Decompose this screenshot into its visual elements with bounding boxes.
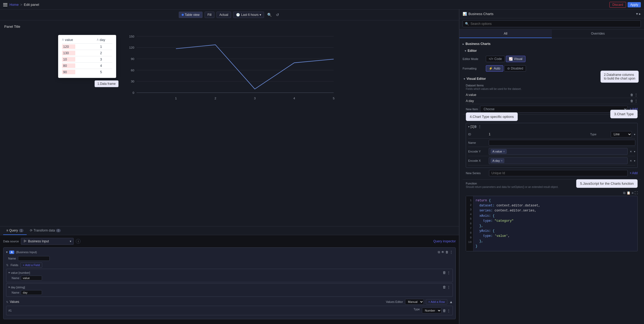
editor-section-header[interactable]: ▾ Editor	[459, 47, 644, 54]
code-paste-button[interactable]: 📋	[627, 191, 631, 195]
tab-all[interactable]: All	[459, 30, 552, 38]
breadcrumb-home[interactable]: Home	[10, 3, 19, 7]
plus-icon-series: +	[630, 171, 632, 175]
field-day-delete[interactable]: 🗑	[443, 285, 446, 289]
field-value-header[interactable]: ▾ value [number] 🗑 ⋮	[8, 271, 450, 275]
actual-button[interactable]: Actual	[217, 12, 231, 18]
format-disabled[interactable]: ⊘ Disabled	[504, 65, 526, 72]
visual-editor-header[interactable]: ▾ Visual Editor	[463, 75, 641, 82]
apply-button[interactable]: Apply	[628, 2, 641, 7]
avalue-delete[interactable]: 🗑	[630, 93, 633, 97]
right-collapse-button[interactable]: ▾	[636, 12, 638, 16]
field-value-chevron: ▾	[8, 271, 10, 274]
code-copy-button[interactable]: ⧉	[623, 191, 626, 195]
query-inspector-button[interactable]: Query inspector	[433, 239, 456, 243]
tab-overrides[interactable]: Overrides	[552, 30, 644, 38]
sf-type-chevron: ▾	[634, 133, 635, 136]
series-1-menu[interactable]: ⋮	[478, 125, 481, 128]
query-panel: ≡ Query 1 ⟳ Transform data 0 Data source…	[0, 226, 459, 324]
aday-menu[interactable]: ⋮	[634, 99, 638, 103]
values-editor-select[interactable]: Manual	[405, 299, 424, 305]
field-value-name-input[interactable]	[21, 276, 42, 280]
datasource-row: Data source 🏳 Business Input ▾ i Query i…	[3, 238, 456, 245]
datasource-select[interactable]: 🏳 Business Input ▾	[21, 238, 74, 245]
right-expand-button[interactable]: ▸	[639, 12, 641, 16]
code-toolbar: ⧉ 📋 ≡ ⛶	[466, 190, 638, 196]
zoom-out-button[interactable]: 🔍	[266, 12, 273, 18]
df-copy-button[interactable]: ⧉	[438, 250, 440, 254]
transform-tab-icon: ⟳	[30, 229, 32, 232]
left-panel: Table view Fill Actual 🕐 Last 6 hours ▾ …	[0, 10, 459, 324]
field-day-name-input[interactable]	[21, 290, 42, 295]
hamburger-menu[interactable]	[3, 3, 7, 6]
fill-button[interactable]: Fill	[205, 12, 214, 18]
value-row-1: #1 Type Number 🗑 ⋮	[6, 306, 453, 315]
add-field-button[interactable]: + Add a Field	[20, 262, 42, 268]
values-chevron-up[interactable]: ▲	[449, 300, 453, 304]
code-icon: </>	[489, 57, 493, 61]
new-item-select[interactable]: Choose	[480, 106, 627, 113]
breadcrumb: Home > Edit panel	[10, 3, 39, 7]
encode-y-down: ▾	[634, 150, 635, 153]
field-day-chevron: ▾	[8, 286, 10, 289]
sf-encode-x-label: Encode X	[468, 159, 487, 162]
series-name-row: Name	[468, 139, 635, 147]
row1-menu[interactable]: ⋮	[447, 308, 450, 313]
df-name-input[interactable]	[18, 256, 50, 261]
field-day-menu[interactable]: ⋮	[447, 285, 450, 289]
tab-query[interactable]: ≡ Query 1	[3, 226, 27, 235]
editor-mode-visual[interactable]: 📈 Visual	[506, 56, 525, 62]
row1-delete[interactable]: 🗑	[443, 308, 446, 313]
time-range-button[interactable]: 🕐 Last 6 hours ▾	[233, 12, 264, 18]
format-auto[interactable]: ⚡ Auto	[486, 65, 503, 72]
query-content: Data source 🏳 Business Input ▾ i Query i…	[0, 235, 459, 324]
avalue-menu[interactable]: ⋮	[634, 93, 638, 97]
series-item-1-header[interactable]: ▾ [1] 🗑 ⋮	[466, 123, 637, 130]
discard-button[interactable]: Discard	[609, 2, 626, 8]
query-tab-label: Query	[9, 229, 18, 232]
sf-name-input[interactable]	[489, 140, 635, 146]
aday-delete[interactable]: 🗑	[630, 99, 633, 103]
editor-mode-row: Editor Mode </> Code 📈 Visual	[459, 54, 644, 64]
field-day-actions: 🗑 ⋮	[443, 285, 450, 289]
svg-text:4: 4	[293, 96, 295, 100]
code-content[interactable]: return { dataset: context.editor.dataset…	[473, 196, 542, 251]
add-label: Add	[632, 107, 638, 111]
search-input[interactable]	[471, 22, 638, 26]
row1-type-select[interactable]: Number	[422, 308, 441, 313]
new-series-label: New Series	[466, 172, 487, 175]
datasource-info-button[interactable]: i	[76, 239, 81, 244]
sf-type-select[interactable]: Line	[611, 131, 632, 137]
collapse-icon[interactable]: ▾	[6, 250, 8, 254]
df-menu-button[interactable]: ⋮	[450, 250, 453, 254]
add-row-button[interactable]: + Add a Row	[426, 299, 447, 304]
code-format-button[interactable]: ≡	[632, 191, 633, 195]
dataset-item-aday: A:day 🗑 ⋮	[466, 98, 638, 104]
encode-y-remove[interactable]: ×	[503, 150, 505, 153]
df-delete-button[interactable]: 🗑	[445, 250, 449, 254]
refresh-button[interactable]: ↺	[275, 12, 280, 18]
tab-transform[interactable]: ⟳ Transform data 0	[27, 226, 64, 235]
options-section: ▸ Business Charts ▾ Editor Editor Mode <…	[459, 38, 644, 258]
svg-text:30: 30	[131, 80, 134, 83]
table-view-button[interactable]: Table view	[179, 12, 203, 18]
field-value-delete[interactable]: 🗑	[443, 271, 446, 275]
new-series-input[interactable]	[489, 170, 628, 176]
field-day-header[interactable]: ▾ day [string] 🗑 ⋮	[8, 285, 450, 289]
df-actions: ⧉ 👁 🗑 ⋮	[438, 250, 453, 254]
code-fullscreen-button[interactable]: ⛶	[634, 191, 638, 195]
add-series-button[interactable]: + Add	[630, 171, 638, 175]
business-charts-section-header[interactable]: ▸ Business Charts	[459, 40, 644, 47]
svg-text:1: 1	[175, 96, 177, 100]
search-input-wrap: 🔍	[463, 20, 641, 27]
series-encode-x-row: Encode X A:day × ✕ ▾	[468, 156, 635, 165]
encode-x-remove[interactable]: ×	[501, 159, 502, 162]
field-value-menu[interactable]: ⋮	[447, 271, 450, 275]
series-1-delete[interactable]: 🗑	[474, 125, 477, 128]
add-new-item-button[interactable]: + Add	[630, 107, 638, 111]
editor-mode-code[interactable]: </> Code	[486, 56, 505, 62]
df-header: ▾ A (Business Input) ⧉ 👁 🗑 ⋮	[6, 250, 453, 254]
df-name-label: Name	[8, 257, 16, 260]
df-eye-button[interactable]: 👁	[441, 250, 444, 254]
code-line-7: yAxis: {	[476, 229, 540, 234]
